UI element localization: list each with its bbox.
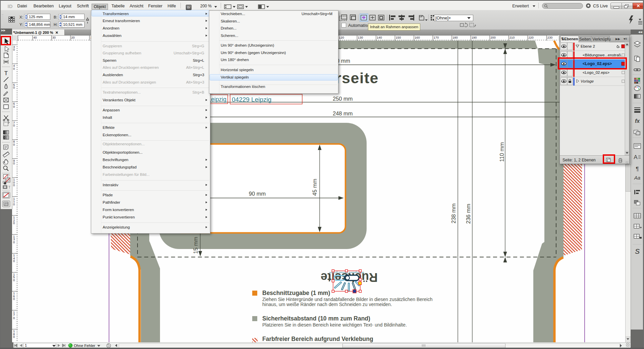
svg-text:140: 140 — [377, 36, 382, 39]
svg-text:0: 0 — [13, 123, 15, 127]
svg-text:230: 230 — [547, 36, 553, 39]
svg-text:1: 1 — [25, 343, 27, 347]
svg-text:0: 0 — [13, 67, 15, 70]
svg-text:15 mm: 15 mm — [193, 237, 199, 254]
svg-text:A: A — [634, 154, 638, 160]
svg-text:Ebene 2: Ebene 2 — [581, 44, 595, 48]
svg-text:Aa: Aa — [634, 175, 640, 181]
svg-text:04229 Leipzig: 04229 Leipzig — [232, 96, 271, 103]
svg-text:220: 220 — [528, 36, 534, 39]
svg-text:30: 30 — [52, 36, 56, 39]
svg-text:160: 160 — [415, 36, 420, 39]
svg-text:fx: fx — [635, 118, 640, 124]
svg-text:150: 150 — [396, 36, 401, 39]
svg-text:T: T — [8, 186, 10, 189]
svg-text:<Bildungswe...enstraß...>: <Bildungswe...enstraß...> — [583, 53, 627, 57]
svg-text:210: 210 — [509, 36, 515, 39]
svg-text:T: T — [4, 70, 8, 77]
svg-text:0: 0 — [13, 143, 15, 146]
svg-text:120: 120 — [339, 36, 344, 39]
svg-text:248 mm: 248 mm — [333, 110, 353, 116]
svg-text:200: 200 — [490, 36, 496, 39]
svg-text:180: 180 — [452, 36, 458, 39]
svg-text:0: 0 — [13, 259, 15, 263]
svg-text:0: 0 — [13, 202, 15, 206]
svg-text:0: 0 — [13, 183, 15, 187]
svg-text:20: 20 — [71, 36, 75, 39]
svg-text:0: 0 — [13, 297, 15, 301]
svg-text:Ziehen Sie Hintergründe und ra: Ziehen Sie Hintergründe und randabfallen… — [262, 297, 432, 302]
svg-text:0: 0 — [13, 161, 15, 165]
svg-text:Ohne Fehler: Ohne Fehler — [74, 344, 95, 348]
svg-text:90 mm: 90 mm — [249, 191, 266, 197]
svg-text:130: 130 — [358, 36, 363, 39]
svg-text:Vorlage: Vorlage — [581, 79, 594, 83]
svg-text:0: 0 — [13, 335, 15, 339]
svg-text:0: 0 — [13, 48, 15, 51]
svg-text:Beschnittzugabe (1 mm): Beschnittzugabe (1 mm) — [262, 290, 330, 296]
svg-text:Sicherheitsabstand (10 mm zum: Sicherheitsabstand (10 mm zum Rand) — [262, 315, 370, 322]
svg-text:170: 170 — [434, 36, 439, 39]
svg-text:0: 0 — [13, 240, 15, 244]
svg-text:0: 0 — [13, 105, 15, 108]
svg-text:250 mm: 250 mm — [333, 96, 353, 102]
svg-text:hinaus, um weiße Ränder nach d: hinaus, um weiße Ränder nach dem Schneid… — [262, 302, 392, 307]
svg-text:<Logo_02.eps>: <Logo_02.eps> — [583, 70, 609, 74]
svg-text:Leipzig: Leipzig — [208, 96, 226, 103]
svg-text:¶: ¶ — [636, 166, 639, 172]
svg-text:S: S — [635, 247, 640, 255]
svg-text:0: 0 — [13, 316, 15, 320]
svg-text:110 mm: 110 mm — [499, 142, 505, 162]
svg-text:190: 190 — [472, 36, 477, 39]
svg-text:Platzieren Sie in diesen Berei: Platzieren Sie in diesen Bereich keine w… — [262, 322, 407, 328]
svg-text:0: 0 — [13, 86, 15, 89]
svg-text:40: 40 — [33, 36, 37, 39]
svg-text:0: 0 — [13, 221, 15, 225]
svg-text:45 mm: 45 mm — [312, 179, 318, 196]
svg-text:Farbfreier Bereich aufgrund Ve: Farbfreier Bereich aufgrund Verklebung — [262, 336, 373, 342]
svg-text:0: 0 — [13, 278, 15, 282]
svg-text:238 mm: 238 mm — [450, 203, 457, 223]
svg-text:236 mm: 236 mm — [465, 204, 471, 224]
